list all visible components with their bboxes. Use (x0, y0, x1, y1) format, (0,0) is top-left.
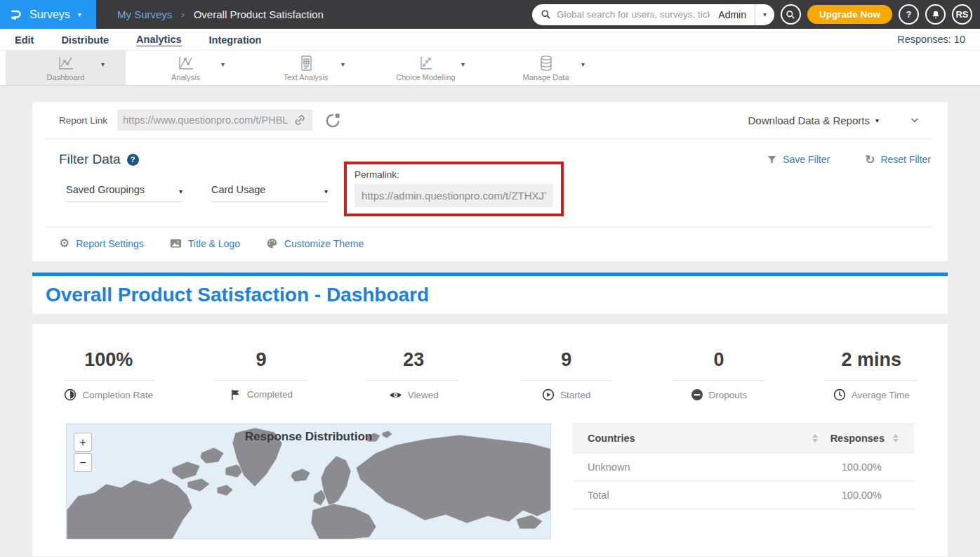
stat-completion-rate: 100% Completion Rate (32, 349, 185, 405)
tab-integration[interactable]: Integration (209, 33, 262, 46)
analysis-chart-icon (177, 55, 195, 72)
stat-label: Completion Rate (82, 390, 153, 400)
stat-label: Average Time (852, 390, 910, 400)
chevron-down-icon[interactable]: ▾ (581, 60, 585, 68)
sort-icon[interactable] (812, 434, 818, 443)
link-icon[interactable] (293, 113, 307, 127)
palette-icon (266, 237, 278, 249)
page-title: Overall Product Satisfaction - Dashboard (46, 284, 429, 306)
toolbar-item-choice-modelling[interactable]: ▾ Choice Modelling (366, 51, 486, 85)
caret-down-icon: ▾ (324, 188, 328, 195)
save-filter-label: Save Filter (783, 154, 830, 165)
breadcrumb-my-surveys[interactable]: My Surveys (117, 8, 172, 20)
chevron-down-icon[interactable]: ▾ (221, 60, 225, 68)
breadcrumb-separator-icon: › (181, 9, 184, 20)
toolbar-item-manage-data[interactable]: ▾ Manage Data (486, 51, 606, 85)
search-scope-dropdown[interactable]: ▾ (755, 4, 774, 25)
breadcrumb: My Surveys › Overall Product Satisfactio… (117, 8, 324, 20)
divider (368, 380, 459, 381)
dashboard-summary-card: 100% Completion Rate 9 Completed (32, 324, 948, 556)
stat-started: 9 Started (490, 349, 642, 405)
share-report-icon[interactable] (325, 112, 340, 128)
filter-help-icon[interactable]: ? (127, 154, 139, 166)
breadcrumb-current: Overall Product Satisfaction (194, 8, 324, 20)
stat-dropouts: 0 Dropouts (642, 349, 795, 405)
card-usage-label: Card Usage (211, 184, 265, 195)
table-row: Total 100.00% (572, 481, 914, 509)
flag-icon (230, 388, 241, 400)
surveys-menu[interactable]: Surveys ▾ (0, 0, 96, 29)
divider (63, 380, 154, 381)
filter-data-title: Filter Data (59, 152, 121, 167)
toolbar-item-dashboard[interactable]: ▾ Dashboard (6, 51, 126, 85)
analytics-toolbar: ▾ Dashboard ▾ Analysis ▾ Text Analysis ▾… (0, 51, 980, 86)
customize-theme-label: Customize Theme (284, 238, 364, 249)
chevron-down-icon[interactable]: ▾ (461, 60, 465, 68)
tab-distribute[interactable]: Distribute (61, 33, 109, 46)
map-zoom-out-button[interactable]: − (74, 453, 92, 472)
tab-edit[interactable]: Edit (15, 33, 34, 46)
column-countries[interactable]: Countries (588, 433, 635, 444)
responses-cell: 100.00% (842, 461, 882, 473)
dashboard-title-band: Overall Product Satisfaction - Dashboard (32, 276, 948, 314)
toolbar-item-label: Analysis (171, 73, 200, 81)
download-data-reports-menu[interactable]: Download Data & Reports ▾ (748, 114, 879, 126)
stat-label: Dropouts (709, 390, 748, 400)
notifications-button[interactable] (925, 4, 946, 25)
global-search: Admin ▾ (532, 4, 774, 25)
toolbar-item-label: Manage Data (522, 73, 569, 81)
response-distribution-map-panel: Response Distribution + − (66, 424, 551, 539)
topbar-actions: Admin ▾ Upgrade Now ? RS (532, 4, 980, 25)
card-usage-dropdown[interactable]: Card Usage ▾ (211, 184, 328, 202)
countries-table: Countries Responses Unknown 100.00% Tota… (572, 424, 914, 539)
tab-analytics[interactable]: Analytics (136, 32, 181, 46)
stat-label: Completed (247, 389, 293, 400)
search-scope-label: Admin (710, 9, 755, 20)
country-cell: Total (588, 490, 609, 501)
column-responses[interactable]: Responses (830, 433, 885, 444)
map-zoom-in-button[interactable]: + (74, 433, 92, 452)
title-logo-label: Title & Logo (188, 238, 240, 249)
chevron-down-icon: ▾ (78, 11, 81, 18)
report-settings-link[interactable]: ⚙ Report Settings (59, 236, 144, 251)
stat-completed: 9 Completed (185, 349, 337, 405)
help-button[interactable]: ? (899, 4, 919, 25)
choice-modelling-icon (417, 55, 435, 72)
search-input[interactable] (557, 9, 710, 20)
surveys-menu-label: Surveys (29, 8, 70, 21)
minus-circle-icon (691, 388, 703, 401)
stats-row: 100% Completion Rate 9 Completed (32, 324, 948, 405)
customize-theme-link[interactable]: Customize Theme (266, 237, 364, 249)
report-link-input[interactable] (123, 114, 293, 126)
stat-value: 0 (642, 349, 795, 371)
save-filter-button[interactable]: Save Filter (767, 152, 830, 167)
reset-filter-button[interactable]: ↻ Reset Filter (865, 152, 931, 167)
funnel-icon (767, 155, 777, 165)
toolbar-item-analysis[interactable]: ▾ Analysis (126, 51, 246, 85)
search-button[interactable] (781, 4, 801, 25)
stat-value: 9 (490, 349, 642, 371)
stat-value: 100% (32, 349, 185, 371)
upgrade-now-button[interactable]: Upgrade Now (807, 5, 892, 24)
permalink-input[interactable] (355, 184, 553, 207)
filter-actions: Save Filter ↻ Reset Filter (767, 152, 931, 167)
divider (826, 380, 917, 381)
collapse-panel-button[interactable] (908, 114, 921, 126)
avatar[interactable]: RS (952, 4, 972, 25)
title-logo-link[interactable]: Title & Logo (170, 237, 240, 249)
caret-down-icon: ▾ (875, 117, 879, 124)
permalink-label: Permalink: (355, 169, 553, 180)
chevron-down-icon (908, 114, 921, 126)
share-icon (325, 112, 340, 128)
play-circle-icon (542, 388, 555, 401)
chevron-down-icon[interactable]: ▾ (341, 60, 345, 68)
geo-row: Response Distribution + − (32, 424, 948, 539)
saved-groupings-label: Saved Groupings (66, 184, 145, 195)
table-row: Unknown 100.00% (572, 453, 914, 481)
saved-groupings-dropdown[interactable]: Saved Groupings ▾ (66, 184, 183, 202)
chevron-down-icon[interactable]: ▾ (101, 60, 105, 68)
download-data-reports-label: Download Data & Reports (748, 114, 870, 126)
stat-average-time: 2 mins Average Time (795, 349, 948, 405)
sort-icon[interactable] (893, 434, 899, 443)
toolbar-item-text-analysis[interactable]: ▾ Text Analysis (246, 51, 366, 85)
